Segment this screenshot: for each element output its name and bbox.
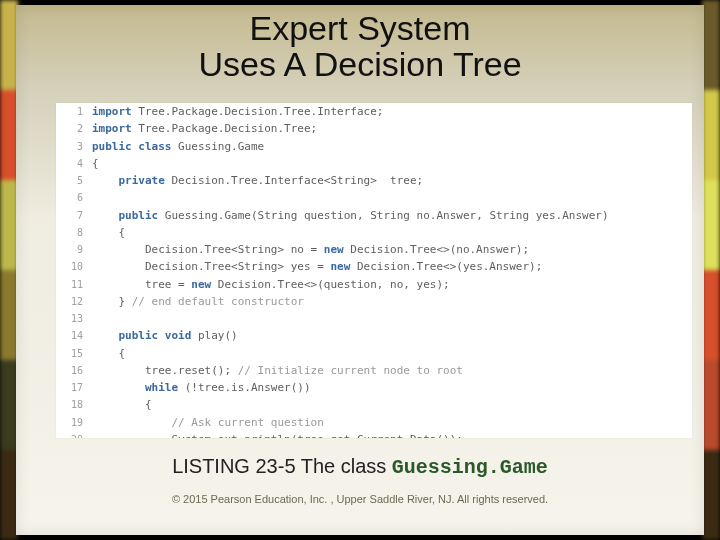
line-number: 6 bbox=[56, 189, 91, 206]
code-line: 11 tree = new Decision.Tree<>(question, … bbox=[56, 276, 610, 293]
code-line: 13 bbox=[56, 310, 610, 327]
line-number: 19 bbox=[56, 414, 91, 431]
line-number: 13 bbox=[56, 310, 91, 327]
line-number: 9 bbox=[56, 241, 91, 258]
code-content: System.out.println(tree.get.Current.Data… bbox=[91, 431, 610, 438]
title-line-1: Expert System bbox=[249, 9, 470, 47]
code-content: } // end default constructor bbox=[91, 293, 610, 310]
code-content: public class Guessing.Game bbox=[91, 138, 610, 155]
line-number: 12 bbox=[56, 293, 91, 310]
code-listing: 1import Tree.Package.Decision.Tree.Inter… bbox=[56, 103, 610, 438]
code-content: Decision.Tree<String> no = new Decision.… bbox=[91, 241, 610, 258]
code-line: 10 Decision.Tree<String> yes = new Decis… bbox=[56, 258, 610, 275]
line-number: 5 bbox=[56, 172, 91, 189]
copyright-line: © 2015 Pearson Education, Inc. , Upper S… bbox=[16, 493, 704, 505]
code-line: 1import Tree.Package.Decision.Tree.Inter… bbox=[56, 103, 610, 120]
caption-prefix: LISTING 23-5 The class bbox=[172, 455, 392, 477]
slide-title: Expert System Uses A Decision Tree bbox=[16, 11, 704, 82]
line-number: 18 bbox=[56, 396, 91, 413]
code-line: 3public class Guessing.Game bbox=[56, 138, 610, 155]
code-line: 4{ bbox=[56, 155, 610, 172]
line-number: 20 bbox=[56, 431, 91, 438]
code-content: while (!tree.is.Answer()) bbox=[91, 379, 610, 396]
code-content: public Guessing.Game(String question, St… bbox=[91, 207, 610, 224]
line-number: 2 bbox=[56, 120, 91, 137]
code-line: 15 { bbox=[56, 345, 610, 362]
code-line: 18 { bbox=[56, 396, 610, 413]
line-number: 16 bbox=[56, 362, 91, 379]
code-line: 19 // Ask current question bbox=[56, 414, 610, 431]
line-number: 11 bbox=[56, 276, 91, 293]
title-line-2: Uses A Decision Tree bbox=[198, 45, 521, 83]
code-line: 9 Decision.Tree<String> no = new Decisio… bbox=[56, 241, 610, 258]
code-content: { bbox=[91, 224, 610, 241]
code-line: 14 public void play() bbox=[56, 327, 610, 344]
code-content: private Decision.Tree.Interface<String> … bbox=[91, 172, 610, 189]
code-content: public void play() bbox=[91, 327, 610, 344]
code-content: import Tree.Package.Decision.Tree.Interf… bbox=[91, 103, 610, 120]
code-listing-panel: 1import Tree.Package.Decision.Tree.Inter… bbox=[56, 103, 692, 438]
line-number: 3 bbox=[56, 138, 91, 155]
code-content: { bbox=[91, 155, 610, 172]
code-content: { bbox=[91, 345, 610, 362]
code-line: 7 public Guessing.Game(String question, … bbox=[56, 207, 610, 224]
line-number: 15 bbox=[56, 345, 91, 362]
code-line: 6 bbox=[56, 189, 610, 206]
line-number: 8 bbox=[56, 224, 91, 241]
slide-outer: Expert System Uses A Decision Tree 1impo… bbox=[0, 0, 720, 540]
code-line: 5 private Decision.Tree.Interface<String… bbox=[56, 172, 610, 189]
decorative-edge-right bbox=[702, 0, 720, 540]
code-line: 2import Tree.Package.Decision.Tree; bbox=[56, 120, 610, 137]
code-content: Decision.Tree<String> yes = new Decision… bbox=[91, 258, 610, 275]
code-line: 16 tree.reset(); // Initialize current n… bbox=[56, 362, 610, 379]
caption-classname: Guessing.Game bbox=[392, 456, 548, 479]
code-content bbox=[91, 189, 610, 206]
slide-body: Expert System Uses A Decision Tree 1impo… bbox=[16, 5, 704, 535]
code-line: 12 } // end default constructor bbox=[56, 293, 610, 310]
code-content bbox=[91, 310, 610, 327]
listing-caption: LISTING 23-5 The class Guessing.Game bbox=[16, 455, 704, 479]
code-line: 17 while (!tree.is.Answer()) bbox=[56, 379, 610, 396]
code-line: 8 { bbox=[56, 224, 610, 241]
code-content: tree.reset(); // Initialize current node… bbox=[91, 362, 610, 379]
line-number: 1 bbox=[56, 103, 91, 120]
code-content: // Ask current question bbox=[91, 414, 610, 431]
line-number: 14 bbox=[56, 327, 91, 344]
line-number: 4 bbox=[56, 155, 91, 172]
code-content: tree = new Decision.Tree<>(question, no,… bbox=[91, 276, 610, 293]
line-number: 17 bbox=[56, 379, 91, 396]
line-number: 10 bbox=[56, 258, 91, 275]
code-content: { bbox=[91, 396, 610, 413]
line-number: 7 bbox=[56, 207, 91, 224]
code-content: import Tree.Package.Decision.Tree; bbox=[91, 120, 610, 137]
code-line: 20 System.out.println(tree.get.Current.D… bbox=[56, 431, 610, 438]
